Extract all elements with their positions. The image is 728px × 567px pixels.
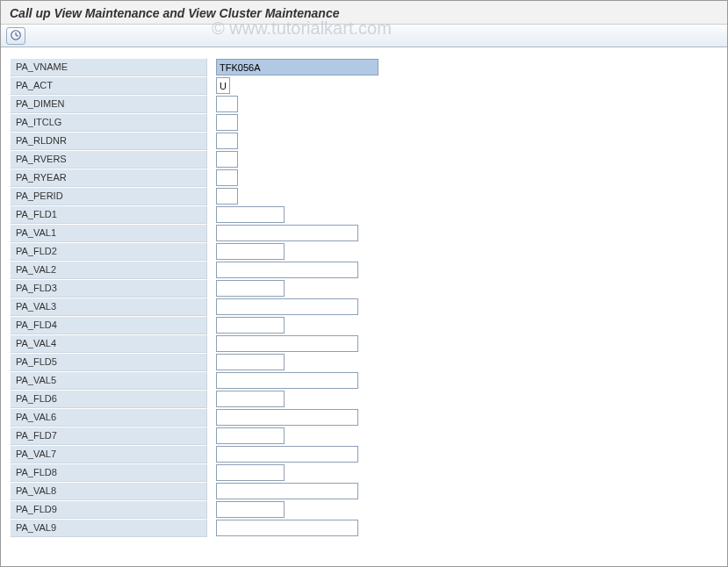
field-row: PA_ITCLG	[1, 113, 727, 132]
field-row: PA_FLD6	[1, 390, 727, 408]
field-label: PA_RYEAR	[10, 169, 207, 187]
field-label: PA_VNAME	[10, 58, 207, 76]
field-input-pa_rvers[interactable]	[216, 151, 238, 168]
field-input-pa_fld7[interactable]	[216, 427, 285, 444]
selection-screen: PA_VNAMEPA_ACTPA_DIMENPA_ITCLGPA_RLDNRPA…	[1, 47, 727, 537]
toolbar	[1, 25, 727, 47]
field-label: PA_FLD5	[10, 353, 207, 371]
field-input-pa_act[interactable]	[216, 77, 230, 94]
field-row: PA_FLD4	[1, 316, 727, 334]
field-label: PA_FLD1	[10, 205, 207, 224]
field-input-pa_fld3[interactable]	[216, 280, 285, 297]
field-row: PA_FLD2	[1, 242, 727, 261]
field-row: PA_VAL3	[1, 298, 727, 316]
field-row: PA_RYEAR	[1, 169, 727, 187]
field-row: PA_FLD8	[1, 463, 727, 482]
execute-button[interactable]	[6, 27, 25, 45]
field-row: PA_ACT	[1, 76, 727, 95]
field-input-pa_dimen[interactable]	[216, 96, 238, 112]
field-label: PA_RVERS	[10, 150, 207, 169]
field-input-pa_val8[interactable]	[216, 483, 358, 499]
field-label: PA_FLD8	[10, 463, 207, 482]
field-label: PA_FLD2	[10, 242, 207, 261]
field-row: PA_VAL1	[1, 224, 727, 242]
field-label: PA_VAL4	[10, 334, 207, 353]
field-label: PA_VAL7	[10, 445, 207, 463]
field-row: PA_DIMEN	[1, 95, 727, 113]
field-label: PA_PERID	[10, 187, 207, 205]
field-input-pa_val7[interactable]	[216, 446, 358, 463]
field-label: PA_FLD9	[10, 500, 207, 519]
field-input-pa_vname[interactable]	[216, 59, 378, 75]
field-label: PA_VAL2	[10, 261, 207, 279]
field-input-pa_fld8[interactable]	[216, 464, 285, 481]
field-label: PA_VAL3	[10, 298, 207, 316]
field-row: PA_FLD5	[1, 353, 727, 371]
field-label: PA_FLD7	[10, 427, 207, 445]
field-input-pa_val5[interactable]	[216, 372, 358, 389]
field-input-pa_val6[interactable]	[216, 409, 358, 426]
field-row: PA_FLD7	[1, 427, 727, 445]
field-row: PA_RLDNR	[1, 132, 727, 150]
field-label: PA_VAL1	[10, 224, 207, 242]
field-label: PA_VAL8	[10, 482, 207, 500]
field-row: PA_RVERS	[1, 150, 727, 169]
field-input-pa_fld4[interactable]	[216, 317, 285, 334]
field-label: PA_DIMEN	[10, 95, 207, 113]
field-input-pa_val3[interactable]	[216, 298, 358, 315]
field-input-pa_fld9[interactable]	[216, 501, 285, 518]
field-input-pa_itclg[interactable]	[216, 114, 238, 131]
field-row: PA_VAL4	[1, 334, 727, 353]
field-input-pa_fld1[interactable]	[216, 206, 285, 223]
field-row: PA_VAL5	[1, 371, 727, 390]
field-label: PA_FLD3	[10, 279, 207, 298]
field-input-pa_fld5[interactable]	[216, 354, 285, 370]
field-label: PA_ACT	[10, 76, 207, 95]
field-row: PA_VAL6	[1, 408, 727, 427]
field-label: PA_VAL5	[10, 371, 207, 390]
field-input-pa_perid[interactable]	[216, 188, 238, 205]
field-input-pa_val2[interactable]	[216, 262, 358, 278]
field-input-pa_val1[interactable]	[216, 225, 358, 241]
field-row: PA_VNAME	[1, 58, 727, 76]
field-row: PA_FLD1	[1, 205, 727, 224]
field-label: PA_ITCLG	[10, 113, 207, 132]
field-input-pa_ryear[interactable]	[216, 169, 238, 186]
field-row: PA_VAL7	[1, 445, 727, 463]
field-label: PA_VAL6	[10, 408, 207, 427]
field-row: PA_VAL8	[1, 482, 727, 500]
svg-line-2	[16, 35, 18, 36]
field-row: PA_VAL9	[1, 519, 727, 537]
field-label: PA_RLDNR	[10, 132, 207, 150]
field-row: PA_VAL2	[1, 261, 727, 279]
page-title: Call up View Maintenance and View Cluste…	[1, 1, 727, 25]
clock-execute-icon	[10, 29, 22, 43]
field-row: PA_PERID	[1, 187, 727, 205]
field-label: PA_FLD4	[10, 316, 207, 334]
field-input-pa_fld2[interactable]	[216, 243, 285, 260]
field-input-pa_rldnr[interactable]	[216, 133, 238, 149]
field-row: PA_FLD9	[1, 500, 727, 519]
field-label: PA_VAL9	[10, 519, 207, 537]
field-row: PA_FLD3	[1, 279, 727, 298]
field-input-pa_fld6[interactable]	[216, 391, 285, 407]
field-label: PA_FLD6	[10, 390, 207, 408]
field-input-pa_val4[interactable]	[216, 335, 358, 352]
field-input-pa_val9[interactable]	[216, 520, 358, 536]
